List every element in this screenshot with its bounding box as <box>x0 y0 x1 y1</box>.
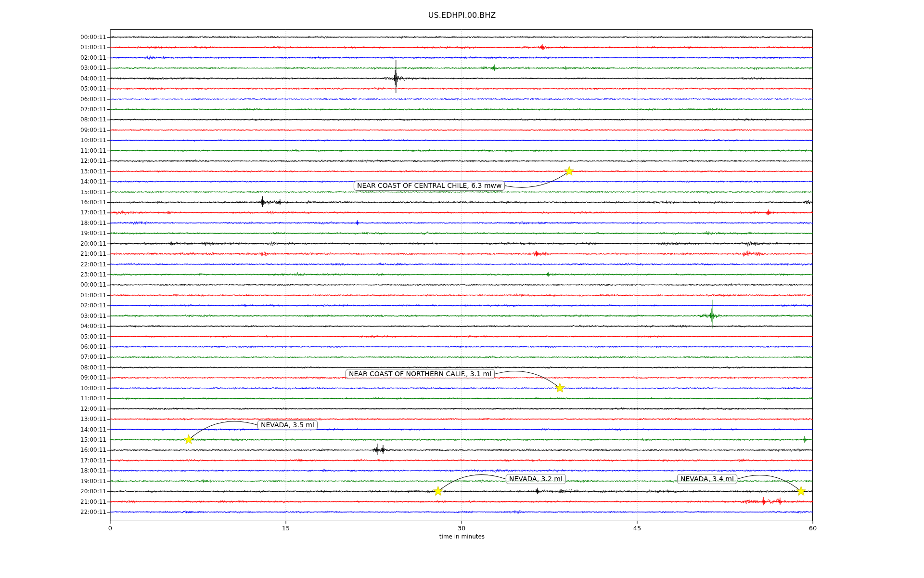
event-annotation-label: NEAR COAST OF CENTRAL CHILE, 6.3 mww <box>354 181 505 191</box>
y-axis-label: 22:00:11 <box>0 261 106 268</box>
y-axis-label: 00:00:11 <box>0 34 106 40</box>
y-axis-label: 03:00:11 <box>0 313 106 319</box>
y-axis-label: 20:00:11 <box>0 240 106 247</box>
seismogram-canvas <box>0 0 924 578</box>
y-axis-label: 16:00:11 <box>0 447 106 453</box>
x-axis-label: 45 <box>623 525 652 532</box>
y-axis-label: 04:00:11 <box>0 323 106 329</box>
y-axis-label: 17:00:11 <box>0 457 106 464</box>
x-axis-label: 0 <box>96 525 125 532</box>
y-axis-label: 09:00:11 <box>0 374 106 381</box>
y-axis-label: 13:00:11 <box>0 416 106 422</box>
y-axis-label: 07:00:11 <box>0 354 106 360</box>
y-axis-label: 09:00:11 <box>0 127 106 133</box>
seismogram-figure: US.EDHPI.00.BHZ 00:00:1101:00:1102:00:11… <box>0 0 924 578</box>
x-axis-title: time in minutes <box>0 533 924 540</box>
y-axis-label: 23:00:11 <box>0 271 106 278</box>
event-annotation-label: NEVADA, 3.5 ml <box>257 420 318 430</box>
x-axis-label: 30 <box>447 525 476 532</box>
y-axis-label: 22:00:11 <box>0 509 106 515</box>
y-axis-label: 08:00:11 <box>0 116 106 123</box>
y-axis-label: 10:00:11 <box>0 137 106 144</box>
y-axis-label: 15:00:11 <box>0 189 106 196</box>
chart-title: US.EDHPI.00.BHZ <box>0 11 924 20</box>
y-axis-label: 14:00:11 <box>0 178 106 185</box>
y-axis-label: 11:00:11 <box>0 147 106 154</box>
y-axis-label: 21:00:11 <box>0 499 106 505</box>
y-axis-label: 13:00:11 <box>0 168 106 175</box>
y-axis-label: 12:00:11 <box>0 158 106 164</box>
y-axis-label: 04:00:11 <box>0 75 106 82</box>
y-axis-label: 19:00:11 <box>0 230 106 236</box>
y-axis-label: 02:00:11 <box>0 302 106 309</box>
y-axis-label: 02:00:11 <box>0 54 106 61</box>
y-axis-label: 06:00:11 <box>0 96 106 103</box>
y-axis-label: 19:00:11 <box>0 478 106 485</box>
y-axis-label: 08:00:11 <box>0 364 106 371</box>
y-axis-label: 05:00:11 <box>0 333 106 340</box>
y-axis-label: 01:00:11 <box>0 44 106 51</box>
y-axis-label: 14:00:11 <box>0 426 106 433</box>
y-axis-label: 12:00:11 <box>0 406 106 412</box>
y-axis-label: 20:00:11 <box>0 488 106 495</box>
y-axis-label: 16:00:11 <box>0 199 106 206</box>
event-annotation-label: NEAR COAST OF NORTHERN CALIF., 3.1 ml <box>346 369 495 379</box>
y-axis-label: 18:00:11 <box>0 220 106 226</box>
y-axis-label: 07:00:11 <box>0 106 106 113</box>
y-axis-label: 11:00:11 <box>0 395 106 402</box>
y-axis-label: 00:00:11 <box>0 281 106 288</box>
event-annotation-label: NEVADA, 3.4 ml <box>677 474 737 484</box>
y-axis-label: 21:00:11 <box>0 250 106 257</box>
y-axis-label: 15:00:11 <box>0 436 106 443</box>
event-annotation-label: NEVADA, 3.2 ml <box>506 474 566 484</box>
y-axis-label: 06:00:11 <box>0 343 106 350</box>
y-axis-label: 18:00:11 <box>0 467 106 474</box>
y-axis-label: 05:00:11 <box>0 85 106 92</box>
y-axis-label: 17:00:11 <box>0 209 106 216</box>
x-axis-label: 15 <box>271 525 300 532</box>
x-axis-label: 60 <box>798 525 827 532</box>
y-axis-label: 01:00:11 <box>0 292 106 299</box>
y-axis-label: 10:00:11 <box>0 385 106 392</box>
y-axis-label: 03:00:11 <box>0 65 106 71</box>
